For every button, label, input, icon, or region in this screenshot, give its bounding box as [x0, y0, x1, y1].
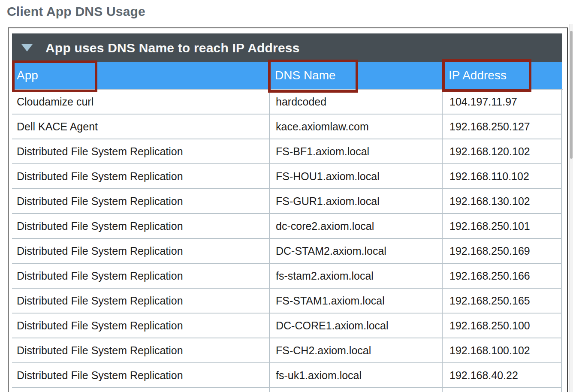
cell-app: Distributed File System Replication [12, 214, 269, 238]
cell-app: Distributed File System Replication [12, 314, 269, 338]
cell-dns: FS-CH2.axiom.local [269, 338, 442, 362]
cell-app [12, 388, 269, 392]
annotation-box-dns-name-header [268, 60, 358, 93]
cell-ip: 104.197.11.97 [442, 90, 562, 114]
cell-ip: 192.168.250.166 [442, 264, 562, 288]
collapsible-section-header[interactable]: App uses DNS Name to reach IP Address [12, 33, 562, 62]
cell-dns: FS-GUR1.axiom.local [269, 189, 442, 213]
cell-ip: 192.168.250.165 [442, 289, 562, 313]
cell-dns: fs-uk1.axiom.local [269, 363, 442, 387]
cell-ip: 192.168.250.127 [442, 115, 562, 139]
cell-dns [269, 388, 442, 392]
table-row[interactable]: Distributed File System ReplicationDC-ST… [12, 239, 562, 264]
cell-ip: 192.168.250.100 [442, 314, 562, 338]
cell-ip: 192.168.120.102 [442, 139, 562, 163]
collapse-triangle-icon[interactable] [21, 44, 33, 51]
cell-dns: DC-CORE1.axiom.local [269, 314, 442, 338]
cell-app: Dell KACE Agent [12, 115, 269, 139]
cell-ip: 192.168.130.102 [442, 189, 562, 213]
table-body: Cloudamize curlhardcoded104.197.11.97Del… [12, 89, 563, 392]
cell-dns: hardcoded [269, 90, 442, 114]
cell-dns: FS-HOU1.axiom.local [269, 164, 442, 188]
cell-app: Distributed File System Replication [12, 363, 269, 387]
cell-dns: FS-BF1.axiom.local [269, 139, 442, 163]
table-row[interactable]: Distributed File System ReplicationFS-CH… [12, 338, 562, 363]
cell-ip: 192.168.100.102 [442, 338, 562, 362]
cell-ip: 192.168.110.102 [442, 164, 562, 188]
table-row[interactable]: Distributed File System ReplicationFS-BF… [12, 139, 562, 164]
table-row-partial[interactable] [12, 388, 562, 392]
cell-dns: kace.axiomlaw.com [269, 115, 442, 139]
cell-app: Distributed File System Replication [12, 139, 269, 163]
cell-app: Distributed File System Replication [12, 264, 269, 288]
cell-app: Distributed File System Replication [12, 338, 269, 362]
table-row[interactable]: Distributed File System ReplicationFS-HO… [12, 164, 562, 189]
cell-app: Cloudamize curl [12, 90, 269, 114]
cell-ip: 192.168.250.101 [442, 214, 562, 238]
annotation-box-app-header [12, 60, 97, 92]
scrollbar-thumb[interactable] [570, 31, 573, 159]
page-title: Client App DNS Usage [7, 4, 145, 19]
cell-ip [442, 388, 562, 392]
cell-dns: dc-core2.axiom.local [269, 214, 442, 238]
table-row[interactable]: Distributed File System Replicationdc-co… [12, 214, 562, 239]
section-title: App uses DNS Name to reach IP Address [45, 41, 300, 55]
annotation-box-ip-address-header [442, 59, 531, 92]
cell-dns: fs-stam2.axiom.local [269, 264, 442, 288]
cell-app: Distributed File System Replication [12, 189, 269, 213]
cell-app: Distributed File System Replication [12, 164, 269, 188]
cell-app: Distributed File System Replication [12, 289, 269, 313]
table-row[interactable]: Distributed File System Replicationfs-st… [12, 264, 562, 289]
table-row[interactable]: Distributed File System Replicationfs-uk… [12, 363, 562, 388]
page-scrollbar[interactable] [569, 24, 573, 392]
table-row[interactable]: Distributed File System ReplicationFS-GU… [12, 189, 562, 214]
table-row[interactable]: Cloudamize curlhardcoded104.197.11.97 [12, 90, 562, 115]
cell-dns: FS-STAM1.axiom.local [269, 289, 442, 313]
table-row[interactable]: Dell KACE Agentkace.axiomlaw.com192.168.… [12, 115, 562, 139]
table-row[interactable]: Distributed File System ReplicationFS-ST… [12, 289, 562, 314]
cell-app: Distributed File System Replication [12, 239, 269, 263]
cell-ip: 192.168.40.22 [442, 363, 562, 387]
table-row[interactable]: Distributed File System ReplicationDC-CO… [12, 314, 562, 338]
cell-dns: DC-STAM2.axiom.local [269, 239, 442, 263]
cell-ip: 192.168.250.169 [442, 239, 562, 263]
